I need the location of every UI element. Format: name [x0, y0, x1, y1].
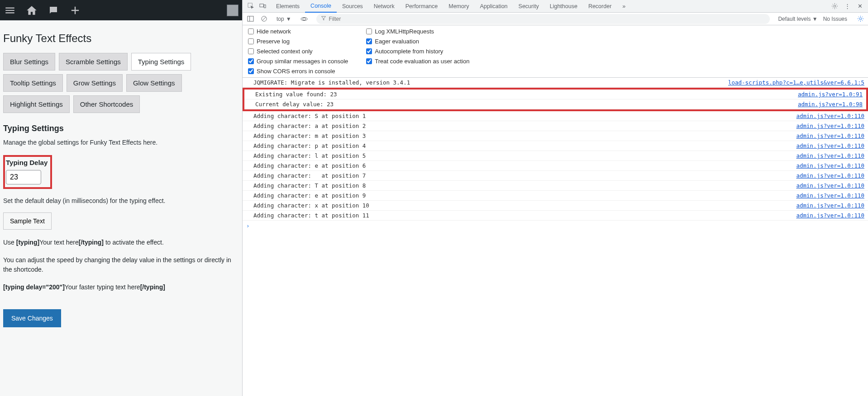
log-source-link[interactable]: admin.js?ver=1.0:91 — [798, 91, 863, 98]
log-source-link[interactable]: admin.js?ver=1.0:110 — [796, 172, 864, 179]
console-setting-checkbox[interactable] — [366, 28, 372, 34]
usage-suffix: to activate the effect. — [104, 239, 164, 246]
gear-icon[interactable] — [831, 3, 838, 10]
settings-tab[interactable]: Glow Settings — [126, 74, 182, 92]
device-icon[interactable] — [259, 3, 266, 10]
log-source-link[interactable]: admin.js?ver=1.0:110 — [796, 162, 864, 169]
log-source-link[interactable]: admin.js?ver=1.0:110 — [796, 123, 864, 129]
log-source-link[interactable]: admin.js?ver=1.0:110 — [796, 192, 864, 199]
log-levels-selector[interactable]: Default levels ▼ — [778, 16, 817, 22]
log-row: Adding character: t at position 11admin.… — [243, 211, 868, 221]
console-setting-checkbox[interactable] — [248, 28, 254, 34]
log-row: Adding character: e at position 9admin.j… — [243, 191, 868, 201]
devtools-tab[interactable]: Application — [474, 0, 513, 13]
console-toolbar: top ▼ Default levels ▼ No Issues — [243, 13, 868, 25]
console-setting-checkbox[interactable] — [248, 48, 254, 54]
example-close-tag: [/typing] — [140, 283, 165, 291]
page-title: Funky Text Effects — [3, 32, 239, 45]
save-button[interactable]: Save Changes — [3, 309, 61, 327]
sidebar-toggle-icon[interactable] — [246, 15, 254, 23]
log-message: Adding character: at position 7 — [253, 172, 796, 179]
console-setting[interactable]: Hide network — [248, 28, 348, 35]
add-icon[interactable] — [69, 4, 81, 17]
usage-prefix: Use — [3, 239, 16, 246]
console-setting[interactable]: Autocomplete from history — [366, 48, 469, 55]
context-label: top — [277, 16, 284, 22]
log-source-link[interactable]: admin.js?ver=1.0:110 — [796, 182, 864, 189]
console-setting-checkbox[interactable] — [248, 58, 254, 64]
avatar[interactable] — [227, 5, 238, 16]
devtools-tab[interactable]: Memory — [443, 0, 474, 13]
settings-tab[interactable]: Highlight Settings — [3, 95, 70, 113]
settings-tab[interactable]: Scramble Settings — [59, 53, 128, 71]
admin-content: Funky Text Effects Blur SettingsScramble… — [0, 20, 242, 333]
svg-rect-1 — [259, 4, 263, 7]
log-levels-label: Default levels — [778, 16, 811, 22]
log-row: Adding character: T at position 8admin.j… — [243, 181, 868, 191]
console-log-body: JQMIGRATE: Migrate is installed, version… — [243, 78, 868, 396]
settings-tab[interactable]: Typing Settings — [131, 53, 191, 71]
settings-tab[interactable]: Tooltip Settings — [3, 74, 63, 92]
log-source-link[interactable]: admin.js?ver=1.0:110 — [796, 113, 864, 119]
log-row: Adding character: at position 7admin.js?… — [243, 171, 868, 181]
log-source-link[interactable]: admin.js?ver=1.0:110 — [796, 152, 864, 159]
console-setting[interactable]: Eager evaluation — [366, 38, 469, 45]
live-expression-icon[interactable] — [300, 15, 308, 23]
log-source-link[interactable]: admin.js?ver=1.0:110 — [796, 202, 864, 209]
log-row: Adding character: m at position 3admin.j… — [243, 131, 868, 141]
menu-icon[interactable] — [4, 4, 16, 17]
console-setting-checkbox[interactable] — [248, 68, 254, 74]
log-row: Adding character: S at position 1admin.j… — [243, 111, 868, 121]
home-icon[interactable] — [25, 4, 38, 17]
log-message: Adding character: a at position 2 — [253, 123, 796, 129]
devtools-tab[interactable]: Lighthouse — [544, 0, 583, 13]
console-setting-checkbox[interactable] — [248, 38, 254, 44]
inspect-icon[interactable] — [247, 3, 254, 10]
devtools-tab[interactable]: Security — [513, 0, 544, 13]
devtools-pane: ElementsConsoleSourcesNetworkPerformance… — [242, 0, 868, 396]
clear-console-icon[interactable] — [260, 15, 268, 23]
typing-delay-help: Set the default delay (in milliseconds) … — [3, 197, 239, 204]
devtools-tab[interactable]: Console — [305, 0, 337, 13]
kebab-icon[interactable]: ⋮ — [844, 3, 851, 10]
console-setting[interactable]: Preserve log — [248, 38, 348, 45]
console-setting-label: Show CORS errors in console — [257, 68, 335, 75]
console-setting-checkbox[interactable] — [366, 48, 372, 54]
sample-text-button[interactable]: Sample Text — [3, 212, 52, 230]
console-setting[interactable]: Log XMLHttpRequests — [366, 28, 469, 35]
console-setting[interactable]: Treat code evaluation as user action — [366, 58, 469, 65]
console-setting-checkbox[interactable] — [366, 38, 372, 44]
console-setting[interactable]: Show CORS errors in console — [248, 68, 348, 75]
comment-icon[interactable] — [47, 4, 60, 17]
console-prompt[interactable]: › — [243, 221, 868, 231]
more-tabs-icon[interactable]: » — [617, 0, 631, 13]
typing-delay-label: Typing Delay — [6, 159, 48, 166]
log-source-link[interactable]: admin.js?ver=1.0:110 — [796, 132, 864, 139]
devtools-tab[interactable]: Recorder — [583, 0, 617, 13]
log-source-link[interactable]: admin.js?ver=1.0:110 — [796, 142, 864, 149]
close-icon[interactable]: ✕ — [856, 3, 863, 10]
settings-tab[interactable]: Blur Settings — [3, 53, 55, 71]
typing-delay-input[interactable] — [6, 170, 41, 184]
issues-indicator[interactable]: No Issues — [823, 16, 851, 22]
settings-tab[interactable]: Other Shortcodes — [73, 95, 140, 113]
svg-line-7 — [262, 17, 266, 21]
log-source-link[interactable]: admin.js?ver=1.0:98 — [798, 101, 863, 108]
console-setting-label: Autocomplete from history — [375, 48, 443, 55]
filter-input[interactable] — [329, 16, 766, 22]
console-setting[interactable]: Selected context only — [248, 48, 348, 55]
console-settings-icon[interactable] — [856, 15, 864, 23]
console-setting-label: Selected context only — [257, 48, 313, 55]
console-setting-checkbox[interactable] — [366, 58, 372, 64]
devtools-tab[interactable]: Elements — [271, 0, 305, 13]
console-setting[interactable]: Group similar messages in console — [248, 58, 348, 65]
context-selector[interactable]: top ▼ — [273, 14, 295, 24]
adjust-line: You can adjust the speed by changing the… — [3, 255, 239, 274]
log-source-link[interactable]: load-scripts.php?c=1…e,utils&ver=6.6.1:5 — [728, 79, 864, 86]
usage-close-tag: [/typing] — [79, 239, 104, 246]
settings-tab[interactable]: Grow Settings — [67, 74, 123, 92]
devtools-tab[interactable]: Performance — [400, 0, 444, 13]
devtools-tab[interactable]: Network — [368, 0, 400, 13]
log-source-link[interactable]: admin.js?ver=1.0:110 — [796, 212, 864, 219]
devtools-tab[interactable]: Sources — [337, 0, 368, 13]
